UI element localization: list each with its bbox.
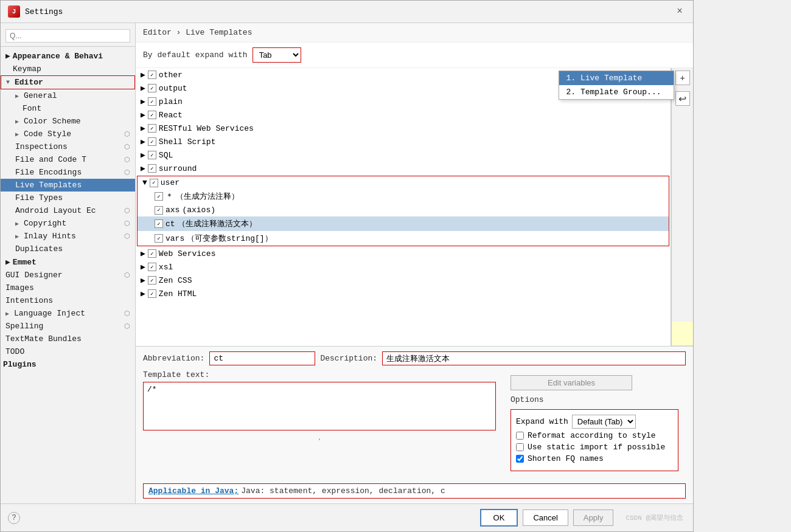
sidebar-item-textmate[interactable]: TextMate Bundles [1, 333, 135, 345]
shorten-checkbox[interactable] [516, 455, 524, 463]
sidebar-item-emmet[interactable]: ▶ Emmet [1, 255, 135, 269]
sidebar-item-font[interactable]: Font [1, 102, 135, 115]
undo-button[interactable]: ↩ [675, 91, 690, 106]
sidebar-item-color-scheme[interactable]: ▶ Color Scheme [1, 115, 135, 128]
arrow-icon: ▶ [141, 137, 145, 147]
template-group-sql[interactable]: ▶ ✓ SQL [136, 148, 671, 162]
checkbox-output[interactable]: ✓ [148, 84, 156, 92]
sidebar-item-label: Android Layout Ec [15, 206, 96, 215]
template-item-ct[interactable]: ✓ ct （生成注释激活文本） [138, 216, 669, 231]
settings-dialog: J Settings × ▶ Appearance & Behavi Keyma… [0, 0, 694, 532]
cancel-button[interactable]: Cancel [523, 510, 568, 526]
sidebar-item-inspections[interactable]: Inspections ⬡ [1, 140, 135, 153]
expand-with-row: Expand with Default (Tab) Tab Enter Spac… [516, 415, 673, 429]
add-button[interactable]: + [675, 71, 690, 85]
sidebar-item-label: Plugins [3, 360, 37, 369]
checkbox-react[interactable]: ✓ [148, 111, 156, 119]
template-group-shell[interactable]: ▶ ✓ Shell Script [136, 135, 671, 148]
expand-with-select[interactable]: Default (Tab) Tab Enter Space [572, 415, 636, 429]
checkbox-restful[interactable]: ✓ [148, 124, 156, 133]
applicable-label[interactable]: Applicable in Java; [148, 486, 239, 496]
close-button[interactable]: × [674, 5, 686, 18]
sidebar-item-gui-designer[interactable]: GUI Designer ⬡ [1, 269, 135, 282]
checkbox-axs[interactable]: ✓ [155, 206, 163, 215]
arrow-icon: ▶ [5, 51, 10, 61]
checkbox-plain[interactable]: ✓ [148, 97, 156, 106]
dropdown-template-group[interactable]: 2. Template Group... [559, 85, 674, 99]
sidebar-item-general[interactable]: ▶ General [1, 89, 135, 102]
undo-button-wrapper: ↩ [675, 89, 690, 106]
template-group-user[interactable]: ▼ ✓ user [138, 176, 669, 189]
checkbox-sql[interactable]: ✓ [148, 151, 156, 159]
description-label: Description: [320, 354, 377, 363]
edit-variables-button[interactable]: Edit variables [510, 375, 632, 390]
arrow-icon: ▼ [6, 79, 12, 86]
checkbox-star[interactable]: ✓ [155, 192, 163, 201]
sidebar-item-plugins[interactable]: Plugins [1, 358, 135, 371]
template-group-react[interactable]: ▶ ✓ React [136, 108, 671, 122]
sidebar-item-code-style[interactable]: ▶ Code Style ⬡ [1, 128, 135, 140]
arrow-icon: ▶ [141, 70, 145, 80]
add-button-wrapper: + 1. Live Template 2. Template Group... [675, 71, 690, 85]
sidebar-item-label: File and Code T [15, 155, 86, 164]
action-panel: + 1. Live Template 2. Template Group... … [671, 68, 693, 346]
checkbox-ct[interactable]: ✓ [155, 219, 163, 228]
checkbox-shell[interactable]: ✓ [148, 137, 156, 146]
ok-button[interactable]: OK [480, 509, 518, 527]
checkbox-user[interactable]: ✓ [150, 179, 158, 187]
template-group-zencss[interactable]: ▶ ✓ Zen CSS [136, 274, 671, 287]
watermark: CSDN @渴望与信念 [623, 512, 686, 523]
help-button[interactable]: ? [8, 512, 20, 524]
expand-select[interactable]: Tab [253, 47, 301, 63]
sidebar-item-file-code[interactable]: File and Code T ⬡ [1, 153, 135, 166]
main-content: ▶ Appearance & Behavi Keymap ▼ Editor ▶ … [1, 23, 693, 503]
template-group-xsl[interactable]: ▶ ✓ xsl [136, 260, 671, 274]
checkbox-other[interactable]: ✓ [148, 71, 156, 79]
sidebar-item-inlay-hints[interactable]: ▶ Inlay Hints ⬡ [1, 230, 135, 243]
checkbox-zencss[interactable]: ✓ [148, 276, 156, 285]
arrow-icon: ▶ [141, 249, 145, 258]
sidebar-item-file-encodings[interactable]: File Encodings ⬡ [1, 166, 135, 179]
template-group-zenhtml[interactable]: ▶ ✓ Zen HTML [136, 287, 671, 300]
sidebar-item-keymap[interactable]: Keymap [1, 63, 135, 75]
arrow-icon: ▶ [5, 310, 12, 317]
sidebar-item-editor[interactable]: ▼ Editor [1, 75, 135, 89]
checkbox-webservices[interactable]: ✓ [148, 249, 156, 258]
template-item-star[interactable]: ✓ ＊ （生成方法注释） [138, 189, 669, 204]
template-group-restful[interactable]: ▶ ✓ RESTful Web Services [136, 122, 671, 135]
search-input[interactable] [5, 29, 130, 43]
arrow-icon: ▶ [15, 233, 21, 240]
sidebar-item-intentions[interactable]: Intentions [1, 294, 135, 307]
arrow-icon: ▶ [141, 275, 145, 285]
template-group-surround[interactable]: ▶ ✓ surround [136, 162, 671, 175]
template-item-vars[interactable]: ✓ vars （可变参数string[]） [138, 231, 669, 246]
dropdown-live-template[interactable]: 1. Live Template [559, 71, 674, 85]
checkbox-xsl[interactable]: ✓ [148, 263, 156, 271]
search-box [1, 26, 135, 47]
template-item-axs[interactable]: ✓ axs (axios) [138, 204, 669, 216]
description-input[interactable] [382, 351, 686, 365]
sidebar-item-language-inject[interactable]: ▶ Language Inject ⬡ [1, 307, 135, 320]
sidebar-item-android[interactable]: Android Layout Ec ⬡ [1, 204, 135, 217]
sidebar-item-duplicates[interactable]: Duplicates [1, 243, 135, 255]
sidebar-item-appearance[interactable]: ▶ Appearance & Behavi [1, 49, 135, 63]
apply-button[interactable]: Apply [573, 510, 614, 526]
checkbox-vars[interactable]: ✓ [155, 234, 163, 243]
abbreviation-input[interactable] [209, 351, 315, 365]
static-import-checkbox[interactable] [516, 443, 524, 451]
sidebar-item-label: Color Scheme [24, 117, 81, 126]
sidebar-item-file-types[interactable]: File Types [1, 192, 135, 204]
abbreviation-label: Abbreviation: [143, 354, 204, 363]
checkbox-zenhtml[interactable]: ✓ [148, 289, 156, 298]
template-group-webservices[interactable]: ▶ ✓ Web Services [136, 247, 671, 260]
sidebar-item-live-templates[interactable]: Live Templates [1, 179, 135, 192]
sidebar-item-images[interactable]: Images [1, 282, 135, 294]
arrow-icon: ▶ [141, 164, 145, 173]
options-panel: Edit variables Options Expand with Defau… [503, 370, 686, 476]
sidebar-item-copyright[interactable]: ▶ Copyright ⬡ [1, 217, 135, 230]
reformat-checkbox[interactable] [516, 432, 524, 440]
sidebar-item-spelling[interactable]: Spelling ⬡ [1, 320, 135, 333]
checkbox-surround[interactable]: ✓ [148, 164, 156, 173]
sidebar-item-todo[interactable]: TODO [1, 345, 135, 358]
template-text-input[interactable]: /* [143, 382, 496, 430]
